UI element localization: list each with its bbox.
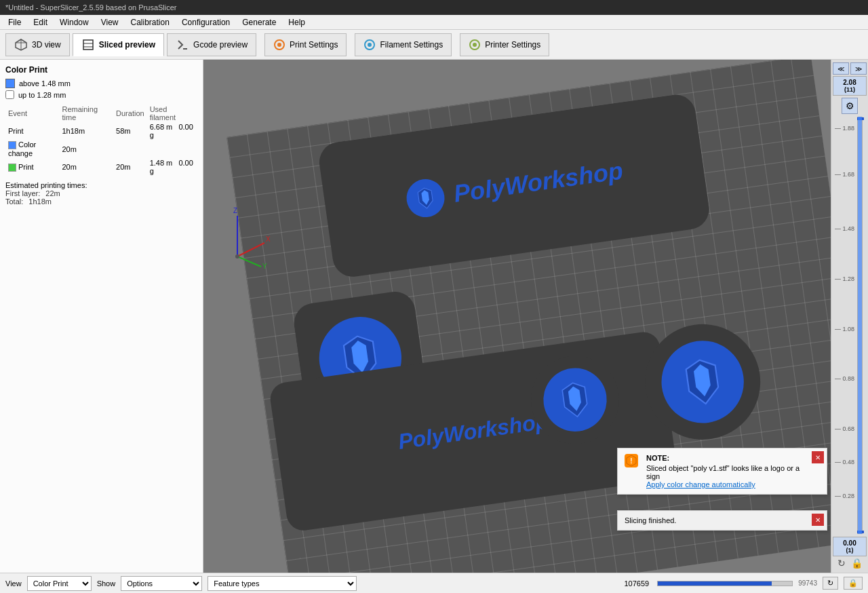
right-panel: ≪ ≫ 2.08 (11) ⚙ — 1.88 — (831, 60, 868, 573)
menu-generate[interactable]: Generate (237, 16, 281, 28)
note-close-btn[interactable]: ✕ (812, 451, 824, 463)
svg-point-10 (368, 43, 372, 47)
svg-line-19 (237, 256, 261, 267)
total-row: Total: 1h18m (5, 197, 197, 206)
ruler-fill (858, 117, 862, 534)
lock-nav-btn[interactable]: 🔒 (844, 577, 863, 590)
statusbar: View Color Print Feature Type Height Sho… (0, 573, 868, 593)
view-select[interactable]: Color Print Feature Type Height (27, 576, 92, 591)
progress-fill (658, 581, 772, 586)
total-label: Total: (5, 197, 23, 206)
color-swatch-above (5, 79, 15, 88)
note-icon: ! (625, 454, 638, 467)
tick-1.28: — 1.28 (835, 275, 854, 282)
tick-1.68: — 1.68 (835, 171, 854, 178)
first-layer-row: First layer: 22m (5, 189, 197, 197)
tab-sliced-preview[interactable]: Sliced preview (73, 33, 164, 56)
print-bed: PolyWorkshop PolyWorkshop (226, 60, 831, 573)
filament-cell: 6.68 m 0.00 g (147, 122, 197, 140)
printer-settings-icon (469, 39, 481, 51)
svg-point-23 (235, 254, 239, 259)
svg-line-17 (237, 243, 264, 256)
show-select[interactable]: Options (121, 576, 202, 591)
poly-icon-top (403, 175, 449, 221)
top-nav-btns: ≪ ≫ (833, 62, 867, 75)
layer-top-sub: (11) (835, 86, 864, 93)
menu-edit[interactable]: Edit (28, 16, 53, 28)
print-settings-btn[interactable]: Print Settings (264, 33, 347, 56)
tab-sliced-preview-label: Sliced preview (99, 40, 155, 50)
left-panel: Color Print above 1.48 mm up to 1.28 mm … (0, 60, 203, 573)
menu-calibration[interactable]: Calibration (125, 16, 175, 28)
tab-3d-view[interactable]: 3D view (5, 33, 70, 56)
color-row-upto: up to 1.28 mm (5, 90, 197, 99)
col-filament: Used filament (147, 104, 197, 122)
print-table: Event Remaining time Duration Used filam… (5, 104, 197, 176)
tick-1.48: — 1.48 (835, 225, 854, 232)
lock-btn[interactable]: 🔒 (850, 556, 864, 570)
color-label-upto: up to 1.28 mm (18, 91, 66, 99)
gcode-icon (176, 38, 189, 52)
viewport[interactable]: PolyWorkshop PolyWorkshop (203, 60, 831, 573)
table-row: Color change 20m (5, 140, 197, 158)
tab-gcode-preview[interactable]: Gcode preview (167, 33, 256, 56)
col-remaining: Remaining time (59, 104, 113, 122)
duration-cell: 58m (113, 122, 147, 140)
ruler-track-container: — 1.88 — 1.68 — 1.48 — 1.28 — 1.08 — 0.8… (833, 117, 867, 534)
note-body: Sliced object "poly v1.stf" looks like a… (646, 464, 805, 480)
layer-bottom-number: 0.00 (835, 539, 864, 547)
menu-view[interactable]: View (96, 16, 124, 28)
filament-settings-label: Filament Settings (380, 40, 443, 50)
tick-0.28: — 0.28 (835, 493, 854, 499)
tick-1.08: — 1.08 (835, 326, 854, 332)
menu-configuration[interactable]: Configuration (176, 16, 235, 28)
menu-help[interactable]: Help (283, 16, 311, 28)
layer-top-value: 2.08 (11) (833, 76, 867, 96)
slicing-text: Slicing finished. (625, 516, 676, 524)
undo-nav-btn[interactable]: ↻ (823, 577, 838, 590)
polyworkshop-top-text: PolyWorkshop (452, 156, 625, 208)
tab-3d-view-label: 3D view (32, 40, 61, 50)
event-cell: Print (5, 158, 59, 176)
svg-text:Z: Z (233, 207, 237, 214)
print-settings-icon (273, 39, 285, 51)
menu-file[interactable]: File (3, 16, 26, 28)
filament-settings-btn[interactable]: Filament Settings (355, 33, 452, 56)
cube-icon (14, 38, 28, 52)
col-event: Event (5, 104, 59, 122)
color-checkbox-upto[interactable] (5, 90, 14, 99)
tab-gcode-preview-label: Gcode preview (193, 40, 248, 50)
table-row: Print 1h18m 58m 6.68 m 0.00 g (5, 122, 197, 140)
filament-cell: 1.48 m 0.00 g (147, 158, 197, 176)
notification-logo-note: ! NOTE: Sliced object "poly v1.stf" look… (617, 448, 827, 495)
feature-types-select[interactable]: Feature types (208, 576, 357, 591)
remaining-cell: 1h18m (59, 122, 113, 140)
main-area: Color Print above 1.48 mm up to 1.28 mm … (0, 60, 868, 573)
svg-text:X: X (266, 235, 271, 243)
event-color-swatch (8, 141, 16, 149)
event-cell: Print (5, 122, 59, 140)
layer-nav-right-btn[interactable]: ≫ (850, 62, 867, 75)
slicing-close-btn[interactable]: ✕ (812, 514, 824, 526)
undo-btn[interactable]: ↻ (836, 556, 847, 570)
file-number: 107659 (624, 579, 649, 588)
layer-nav-left-btn[interactable]: ≪ (833, 62, 849, 75)
warning-hex-icon: ! (625, 454, 638, 467)
sliced-icon (81, 38, 95, 52)
printer-settings-btn[interactable]: Printer Settings (460, 33, 549, 56)
apply-color-link[interactable]: Apply color change automatically (646, 480, 755, 489)
layer-gear-btn[interactable]: ⚙ (842, 98, 858, 114)
layer-bottom-sub: (1) (835, 547, 864, 554)
panel-title: Color Print (5, 65, 197, 75)
layer-bottom-value: 0.00 (1) (833, 537, 867, 556)
tick-0.88: — 0.88 (835, 375, 854, 382)
duration-cell: 20m (113, 158, 147, 176)
title-text: *Untitled - SuperSlicer_2.5.59 based on … (5, 3, 177, 12)
menu-window[interactable]: Window (54, 16, 94, 28)
show-label: Show (97, 579, 116, 588)
menubar: File Edit Window View Calibration Config… (0, 15, 868, 30)
estimated-label: Estimated printing times: (5, 181, 197, 189)
svg-rect-3 (83, 40, 93, 50)
note-header: NOTE: (646, 454, 805, 462)
layer-control: ≪ ≫ 2.08 (11) ⚙ — 1.88 — (831, 60, 868, 573)
